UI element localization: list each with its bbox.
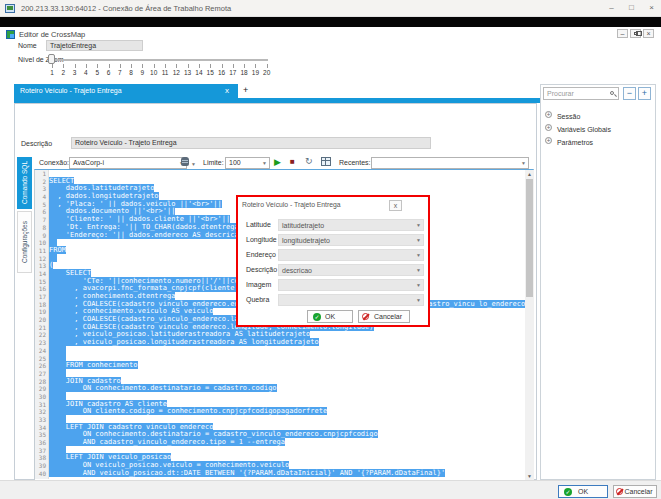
selected-code-text: , veiculo_posicao.longituderastreadora A… — [49, 338, 319, 346]
tree-item[interactable]: + Sessão — [545, 105, 611, 118]
vertical-scrollbar[interactable]: ▲ ▼ — [525, 170, 534, 480]
collapse-all-button[interactable]: − — [623, 87, 636, 100]
line-number: 22 — [35, 331, 48, 339]
app-minimize-button[interactable]: – — [617, 29, 628, 38]
recentes-select[interactable]: ▼ — [371, 157, 529, 169]
dialog-field-select[interactable]: descricao▼ — [278, 264, 424, 276]
tab-close-icon[interactable]: x — [225, 84, 229, 98]
dialog-ok-button[interactable]: ✓ OK — [307, 310, 353, 323]
search-icon — [610, 91, 614, 95]
selected-code-text: SELECT — [49, 269, 91, 277]
dialog-cancel-button[interactable]: Cancelar — [358, 310, 410, 323]
zoom-tick — [210, 64, 211, 68]
zoom-tick — [109, 64, 110, 68]
line-number: 10 — [35, 239, 48, 247]
results-grid-icon[interactable] — [321, 157, 331, 166]
refresh-icon[interactable]: ↻ — [305, 155, 313, 167]
line-number: 18 — [35, 301, 48, 309]
dialog-field-select[interactable]: ▼ — [278, 249, 424, 261]
dialog-field-label: Endereço — [246, 251, 276, 258]
search-placeholder: Procurar — [547, 90, 574, 97]
cancel-no-icon — [616, 488, 623, 495]
chevron-down-icon: ▼ — [416, 222, 421, 228]
zoom-tick — [75, 64, 76, 68]
vertical-scroll-thumb[interactable] — [526, 179, 533, 297]
zoom-tick-label: 10 — [148, 69, 160, 76]
cancel-no-icon — [362, 313, 369, 320]
nome-input[interactable]: TrajetoEntrega — [46, 40, 143, 51]
zoom-tick-label: 6 — [103, 69, 115, 76]
app-restore-button[interactable] — [630, 29, 641, 38]
expand-plus-icon[interactable]: + — [545, 137, 552, 144]
zoom-tick-label: 8 — [125, 69, 137, 76]
scroll-up-icon[interactable]: ▲ — [525, 171, 534, 177]
zoom-tick — [52, 64, 53, 68]
line-number: 40 — [35, 470, 48, 478]
conexao-select[interactable]: AvaCorp-i ▼ — [69, 157, 187, 169]
scroll-down-icon[interactable]: ▼ — [525, 473, 534, 479]
dialog-close-button[interactable]: x — [389, 200, 402, 211]
line-number-gutter: 1234567891011121314151617181920212223242… — [35, 170, 49, 479]
selected-code-text: 'Cliente: ' || dados.cliente ||'<br>'|| — [49, 215, 230, 223]
limite-select[interactable]: 100 ▼ — [225, 157, 270, 169]
rdp-maximize-button[interactable]: □ — [624, 2, 639, 14]
dialog-field-label: Quebra — [246, 296, 269, 303]
ok-button[interactable]: ✓ OK — [558, 485, 608, 498]
cancel-button[interactable]: Cancelar — [613, 485, 657, 498]
dialog-field-label: Longitude — [246, 236, 277, 243]
line-number: 12 — [35, 255, 48, 263]
run-icon[interactable]: ▶ — [274, 156, 281, 168]
zoom-slider-handle[interactable] — [48, 54, 55, 64]
zoom-slider-track[interactable] — [50, 59, 268, 61]
search-input[interactable]: Procurar — [543, 87, 619, 100]
dialog-field-select[interactable]: longitudetrajeto▼ — [278, 234, 424, 246]
zoom-tick-label: 9 — [136, 69, 148, 76]
selected-code-text: , conhecimento.dtentrega — [49, 292, 175, 300]
tab-roteiro-veiculo[interactable]: Roteiro Veículo - Trajeto Entrega x — [14, 84, 238, 98]
expand-all-button[interactable]: + — [638, 87, 651, 100]
line-number: 39 — [35, 462, 48, 470]
tree-item[interactable]: + Variáveis Globais — [545, 118, 611, 131]
zoom-tick — [97, 64, 98, 68]
line-number: 29 — [35, 385, 48, 393]
line-number: 27 — [35, 370, 48, 378]
stop-icon[interactable]: ■ — [290, 156, 295, 168]
rdp-minimize-button[interactable]: – — [604, 2, 619, 14]
dialog-field-select[interactable]: ▼ — [278, 294, 424, 306]
line-number: 24 — [35, 347, 48, 355]
code-line: FROM conhecimento — [49, 362, 525, 370]
database-icon[interactable] — [181, 157, 189, 166]
side-tab-configuracoes[interactable]: Configurações — [17, 211, 32, 273]
line-number: 28 — [35, 378, 48, 386]
line-number: 32 — [35, 408, 48, 416]
tree-item[interactable]: + Parâmetros — [545, 131, 611, 144]
crossmap-app-icon — [6, 30, 15, 39]
code-line: , veiculo_posicao.longituderastreadora A… — [49, 339, 525, 347]
explorer-panel: Procurar − + + Sessão+ Variáveis Globais… — [540, 84, 656, 480]
line-number: 38 — [35, 454, 48, 462]
descricao-input[interactable]: Roteiro Veículo - Trajeto Entrega — [71, 137, 431, 149]
selected-code-text: 'Endereço: '|| dados.endereco AS descric… — [49, 231, 243, 239]
zoom-tick — [154, 64, 155, 68]
app-close-button[interactable]: × — [643, 29, 654, 38]
chevron-down-icon: ▼ — [416, 297, 421, 303]
selected-code-text: AND cadastro_vinculo_endereco.tipo = 1 -… — [49, 438, 285, 446]
zoom-tick — [222, 64, 223, 68]
window-footer: ✓ OK Cancelar — [0, 480, 661, 499]
zoom-tick — [233, 64, 234, 68]
chevron-down-icon: ▼ — [416, 267, 421, 273]
new-tab-button[interactable]: + — [243, 85, 248, 95]
line-number: 34 — [35, 424, 48, 432]
database-chevron-icon[interactable]: ▼ — [191, 161, 196, 167]
rdp-close-button[interactable]: × — [644, 2, 659, 14]
dialog-field-select[interactable]: latitudetrajeto▼ — [278, 219, 424, 231]
limite-label: Limite: — [203, 159, 224, 166]
side-tab-comando-sql[interactable]: Comando SQL — [17, 157, 32, 209]
line-number: 7 — [35, 216, 48, 224]
line-number: 17 — [35, 293, 48, 301]
line-number: 6 — [35, 208, 48, 216]
screen: 200.213.33.130:64012 - Conexão de Área d… — [0, 0, 661, 499]
dialog-field-select[interactable]: ▼ — [278, 279, 424, 291]
zoom-tick-label: 20 — [261, 69, 273, 76]
zoom-tick — [86, 64, 87, 68]
